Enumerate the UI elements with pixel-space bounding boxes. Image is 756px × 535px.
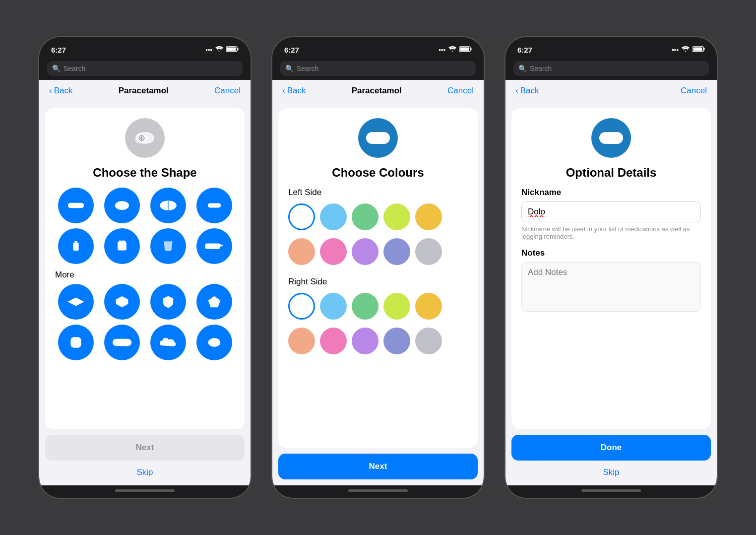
skip-button-1[interactable]: Skip bbox=[45, 466, 245, 479]
svg-rect-10 bbox=[207, 203, 220, 208]
done-button[interactable]: Done bbox=[511, 435, 711, 461]
more-label: More bbox=[55, 270, 235, 280]
wifi-icon-2 bbox=[448, 46, 456, 54]
battery-icon bbox=[226, 46, 239, 54]
color-blue-right[interactable] bbox=[320, 293, 347, 320]
nickname-input[interactable] bbox=[521, 201, 701, 222]
left-side-label: Left Side bbox=[288, 188, 468, 198]
left-color-grid-2 bbox=[288, 238, 468, 265]
svg-rect-13 bbox=[119, 241, 126, 242]
nav-title-1: Paracetamol bbox=[119, 86, 169, 96]
shape-cloud[interactable] bbox=[150, 325, 186, 360]
shape-capsule[interactable] bbox=[196, 188, 232, 223]
shape-round[interactable] bbox=[150, 188, 186, 223]
shape-oval-small[interactable] bbox=[196, 325, 232, 360]
top-icon-details bbox=[591, 118, 631, 158]
page-title-3: Optional Details bbox=[566, 166, 657, 180]
shape-oval[interactable] bbox=[104, 188, 140, 223]
search-bar-1: 🔍 Search bbox=[39, 59, 251, 80]
color-gold-right[interactable] bbox=[415, 293, 442, 320]
svg-point-21 bbox=[208, 338, 220, 347]
signal-icon-2: ▪▪▪ bbox=[439, 46, 445, 54]
shape-bottle[interactable] bbox=[58, 228, 94, 264]
next-button-1[interactable]: Next bbox=[45, 435, 245, 461]
color-yellow-right[interactable] bbox=[383, 293, 410, 320]
back-button-1[interactable]: ‹ Back bbox=[49, 86, 72, 96]
color-green-right[interactable] bbox=[352, 293, 378, 320]
notes-textarea[interactable] bbox=[521, 262, 701, 312]
search-icon-1: 🔍 bbox=[52, 65, 61, 72]
svg-rect-14 bbox=[118, 242, 126, 251]
svg-rect-24 bbox=[471, 48, 472, 50]
color-purple-right[interactable] bbox=[352, 328, 378, 354]
battery-icon-2 bbox=[459, 46, 472, 54]
color-gray-right[interactable] bbox=[415, 328, 442, 354]
color-white-left[interactable] bbox=[288, 203, 315, 230]
white-card-2: Choose Colours Left Side bbox=[278, 108, 478, 448]
shape-cup[interactable] bbox=[150, 228, 186, 264]
shape-jar[interactable] bbox=[104, 228, 140, 264]
right-side-label: Right Side bbox=[288, 277, 468, 287]
right-color-grid-1 bbox=[288, 293, 468, 320]
shape-hexagon[interactable] bbox=[104, 284, 140, 320]
color-gray-left[interactable] bbox=[415, 238, 442, 265]
svg-rect-23 bbox=[460, 47, 469, 51]
shape-diamond[interactable] bbox=[58, 284, 94, 320]
svg-rect-12 bbox=[73, 243, 78, 251]
color-purple-left[interactable] bbox=[352, 238, 378, 265]
bottom-section-2: Next bbox=[272, 454, 484, 485]
svg-text:⊕: ⊕ bbox=[138, 133, 145, 143]
white-card-1: ⊕ Choose the Shape bbox=[45, 108, 245, 429]
color-pink-left[interactable] bbox=[320, 238, 347, 265]
page-title-2: Choose Colours bbox=[332, 166, 424, 180]
shape-pentagon[interactable] bbox=[196, 284, 232, 320]
search-input-2[interactable]: 🔍 Search bbox=[280, 61, 476, 76]
color-peach-left[interactable] bbox=[288, 238, 315, 265]
shape-rounded-square[interactable] bbox=[58, 325, 94, 360]
content-area-1: ⊕ Choose the Shape bbox=[39, 102, 251, 485]
shape-grid-1 bbox=[55, 188, 235, 264]
svg-rect-1 bbox=[227, 47, 236, 51]
shape-grid-2 bbox=[55, 284, 235, 360]
svg-rect-2 bbox=[238, 48, 239, 50]
shape-tube[interactable] bbox=[196, 228, 232, 264]
shape-shield[interactable] bbox=[150, 284, 186, 320]
right-side-section: Right Side bbox=[288, 277, 468, 362]
color-blue-left[interactable] bbox=[320, 203, 347, 230]
nav-bar-2: ‹ Back Paracetamol Cancel bbox=[272, 80, 484, 102]
color-gold-left[interactable] bbox=[415, 203, 442, 230]
phone-details: 6:27 ▪▪▪ 🔍 Search ‹ Back Cancel bbox=[504, 36, 718, 499]
search-input-1[interactable]: 🔍 Search bbox=[47, 61, 243, 76]
color-peach-right[interactable] bbox=[288, 328, 315, 354]
color-pink-right[interactable] bbox=[320, 328, 347, 354]
svg-rect-26 bbox=[693, 47, 702, 51]
color-yellow-left[interactable] bbox=[383, 203, 410, 230]
svg-point-7 bbox=[115, 201, 129, 210]
color-green-left[interactable] bbox=[352, 203, 378, 230]
wifi-icon bbox=[215, 46, 223, 54]
nickname-label: Nickname bbox=[521, 188, 701, 198]
back-button-2[interactable]: ‹ Back bbox=[282, 86, 306, 96]
color-lavender-left[interactable] bbox=[383, 238, 410, 265]
nav-title-2: Paracetamol bbox=[352, 86, 402, 96]
pill-icon-3 bbox=[599, 132, 623, 144]
battery-icon-3 bbox=[693, 46, 705, 54]
status-icons-3: ▪▪▪ bbox=[672, 46, 705, 54]
color-lavender-right[interactable] bbox=[383, 328, 410, 354]
content-area-3: Optional Details Nickname Nickname will … bbox=[505, 102, 717, 485]
cancel-button-1[interactable]: Cancel bbox=[214, 86, 241, 96]
search-input-3[interactable]: 🔍 Search bbox=[513, 61, 709, 76]
color-white-right[interactable] bbox=[288, 293, 315, 320]
shape-pill-h[interactable] bbox=[58, 188, 94, 223]
cancel-button-2[interactable]: Cancel bbox=[447, 86, 474, 96]
back-button-3[interactable]: ‹ Back bbox=[515, 86, 539, 96]
status-time-3: 6:27 bbox=[517, 46, 532, 54]
shape-wide-pill[interactable] bbox=[104, 325, 140, 360]
status-time-1: 6:27 bbox=[51, 46, 66, 54]
page-title-1: Choose the Shape bbox=[93, 166, 196, 180]
next-button-2[interactable]: Next bbox=[278, 454, 478, 479]
home-bar-3 bbox=[581, 489, 641, 492]
cancel-button-3[interactable]: Cancel bbox=[681, 86, 707, 96]
skip-button-3[interactable]: Skip bbox=[511, 466, 711, 479]
search-bar-2: 🔍 Search bbox=[272, 59, 484, 80]
